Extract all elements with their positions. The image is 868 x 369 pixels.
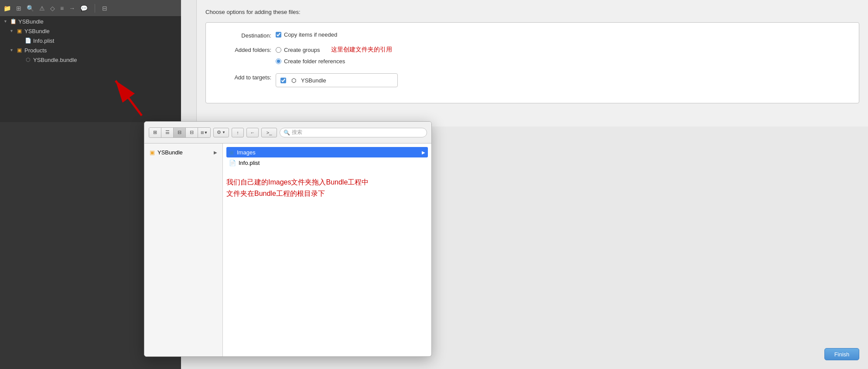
terminal-btn[interactable]: >_ xyxy=(261,128,277,137)
folders-control: Create groups 这里创建文件夹的引用 Create folder r… xyxy=(276,46,392,66)
arrow-icon[interactable]: → xyxy=(69,5,75,12)
expand-icon[interactable]: ⊟ xyxy=(102,5,107,12)
speech-icon[interactable]: 💬 xyxy=(80,5,88,12)
destination-row: Destination: Copy items if needed xyxy=(219,31,846,39)
infoplist-file-icon: 📄 xyxy=(229,160,236,166)
finish-label: Finish xyxy=(834,351,850,358)
warning-icon[interactable]: ⚠ xyxy=(39,5,45,12)
cover-flow-btn[interactable]: ⊟ xyxy=(186,128,198,137)
project-navigator: ▼ 📋 YSBundle ▼ ▣ YSBundle 📄 Info.plist ▼… xyxy=(0,17,181,122)
file-browser-toolbar: ⊞ ☰ ⊟ ⊟ ⊞▼ ⚙ ▼ ↑ ← >_ 🔍 搜索 xyxy=(144,122,431,144)
project-file-icon: 📋 xyxy=(10,18,17,25)
annotation-line1: 我们自己建的Images文件夹拖入Bundle工程中 xyxy=(226,177,428,188)
gear-chevron-icon: ▼ xyxy=(222,130,226,134)
disclosure-bundle xyxy=(18,58,24,62)
targets-box: ⬡ YSBundle xyxy=(276,73,398,87)
search-placeholder: 搜索 xyxy=(292,129,302,136)
toolbar-separator xyxy=(95,4,95,13)
added-folders-label: Added folders: xyxy=(219,47,276,53)
annotation-text-block: 我们自己建的Images文件夹拖入Bundle工程中 文件夹在Bundle工程的… xyxy=(226,177,428,199)
view-mode-buttons: ⊞ ☰ ⊟ ⊟ ⊞▼ xyxy=(149,127,211,138)
list-view-btn[interactable]: ☰ xyxy=(161,128,174,137)
copy-items-label: Copy items if needed xyxy=(284,31,337,38)
file-item-images[interactable]: ▣ Images ▶ xyxy=(226,147,428,157)
file-item-infoplist[interactable]: 📄 Info.plist xyxy=(226,157,428,168)
tree-label-root: YSBundle xyxy=(18,18,44,25)
create-groups-annotation: 这里创建文件夹的引用 xyxy=(331,46,392,54)
target-checkbox[interactable] xyxy=(280,78,286,83)
create-folder-refs-row: Create folder references xyxy=(276,58,392,65)
create-groups-label: Create groups xyxy=(284,47,320,53)
create-groups-row: Create groups 这里创建文件夹的引用 xyxy=(276,46,392,54)
copy-items-checkbox[interactable] xyxy=(276,32,281,38)
back-nav-icon: ← xyxy=(250,130,255,135)
dialog-title: Choose options for adding these files: xyxy=(197,0,868,22)
annotation-line2: 文件夹在Bundle工程的根目录下 xyxy=(226,188,428,199)
back-btn[interactable]: ← xyxy=(246,128,259,137)
target-name-label: YSBundle xyxy=(301,77,326,84)
gallery-view-btn[interactable]: ⊞▼ xyxy=(198,128,210,137)
images-folder-icon: ▣ xyxy=(229,149,234,156)
search-icon-inner: 🔍 xyxy=(284,130,290,136)
file-browser-body: ▣ YSBundle ▶ ▣ Images ▶ 📄 Info.plist 我们自… xyxy=(144,144,431,356)
tree-item-ysbundle[interactable]: ▼ ▣ YSBundle xyxy=(0,26,181,36)
tree-item-infoplist[interactable]: 📄 Info.plist xyxy=(0,36,181,45)
tree-label-products: Products xyxy=(24,47,47,54)
action-menu-btn[interactable]: ⚙ ▼ xyxy=(213,128,229,137)
search-icon[interactable]: 🔍 xyxy=(27,5,34,12)
added-folders-row: Added folders: Create groups 这里创建文件夹的引用 … xyxy=(219,46,846,66)
xcode-toolbar: 📁 ⊞ 🔍 ⚠ ◇ ≡ → 💬 ⊟ xyxy=(0,0,181,17)
tree-label-ysbundle: YSBundle xyxy=(24,28,50,34)
disclosure-infoplist xyxy=(18,38,24,43)
folder-ysbundle-icon: ▣ xyxy=(16,27,23,34)
copy-items-row: Copy items if needed xyxy=(276,31,337,38)
tree-label-bundle: YSBundle.bundle xyxy=(33,57,77,63)
add-targets-row: Add to targets: ⬡ YSBundle xyxy=(219,73,846,87)
share-btn[interactable]: ↑ xyxy=(232,128,244,137)
plist-icon: 📄 xyxy=(24,37,31,44)
lines-icon[interactable]: ≡ xyxy=(60,5,64,12)
destination-control: Copy items if needed xyxy=(276,31,337,38)
create-groups-radio[interactable] xyxy=(276,47,281,53)
disclosure-products: ▼ xyxy=(10,48,16,52)
gear-icon: ⚙ xyxy=(217,130,221,135)
tree-item-bundle[interactable]: ⬡ YSBundle.bundle xyxy=(0,55,181,65)
share-icon: ↑ xyxy=(236,130,239,135)
tree-item-products[interactable]: ▼ ▣ Products xyxy=(0,45,181,55)
grid-icon[interactable]: ⊞ xyxy=(16,5,21,12)
sidebar-item-ysbundle[interactable]: ▣ YSBundle ▶ xyxy=(144,147,222,157)
file-browser-main: ▣ Images ▶ 📄 Info.plist 我们自己建的Images文件夹拖… xyxy=(223,144,431,356)
sidebar-item-label: YSBundle xyxy=(157,149,183,156)
add-targets-label: Add to targets: xyxy=(219,74,276,81)
create-folder-refs-radio[interactable] xyxy=(276,58,281,64)
images-arrow-icon: ▶ xyxy=(422,150,425,155)
infoplist-file-label: Info.plist xyxy=(239,160,260,166)
icon-view-btn[interactable]: ⊞ xyxy=(149,128,161,137)
column-view-btn[interactable]: ⊟ xyxy=(174,128,186,137)
destination-label: Destination: xyxy=(219,32,276,39)
file-browser-window: ⊞ ☰ ⊟ ⊟ ⊞▼ ⚙ ▼ ↑ ← >_ 🔍 搜索 ▣ YSBund xyxy=(144,121,432,357)
sidebar-arrow-icon: ▶ xyxy=(214,150,217,155)
disclosure-ysbundle: ▼ xyxy=(10,29,16,33)
tree-item-root[interactable]: ▼ 📋 YSBundle xyxy=(0,17,181,26)
disclosure-root: ▼ xyxy=(3,19,10,24)
terminal-icon: >_ xyxy=(267,130,272,135)
back-icon[interactable]: ◇ xyxy=(50,5,55,12)
target-icon: ⬡ xyxy=(290,76,297,84)
sidebar-folder-icon: ▣ xyxy=(150,149,155,156)
file-browser-sidebar: ▣ YSBundle ▶ xyxy=(144,144,223,356)
folder-icon[interactable]: 📁 xyxy=(3,5,11,12)
finish-button[interactable]: Finish xyxy=(824,348,859,360)
create-folder-refs-label: Create folder references xyxy=(284,58,345,65)
images-folder-label: Images xyxy=(237,149,256,156)
tree-label-infoplist: Info.plist xyxy=(33,38,54,44)
dialog-options-box: Destination: Copy items if needed Added … xyxy=(205,22,859,103)
add-files-dialog: Choose options for adding these files: D… xyxy=(196,0,868,126)
folder-products-icon: ▣ xyxy=(16,47,23,54)
search-box: 🔍 搜索 xyxy=(280,128,427,137)
bundle-file-icon: ⬡ xyxy=(24,56,31,63)
